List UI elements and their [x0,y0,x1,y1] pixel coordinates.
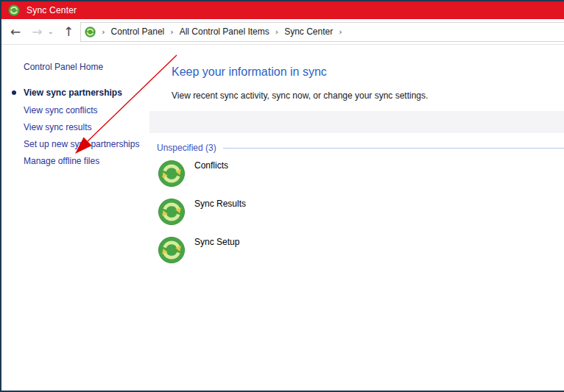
list-item-sync-results[interactable]: Sync Results [158,198,246,226]
sidebar-item-view-sync-conflicts[interactable]: View sync conflicts [24,105,97,115]
group-rule [223,148,564,149]
sync-icon [158,198,186,226]
sync-center-window: Sync Center ← → ⌄ ↑ › Control Panel › Al… [0,0,564,392]
list-item-label: Sync Setup [194,237,239,247]
breadcrumb-chevron-icon[interactable]: › [333,27,348,37]
address-sync-icon [85,26,96,38]
forward-button[interactable]: → [32,26,42,38]
page-title: Keep your information in sync [172,65,327,79]
group-header: Unspecified (3) [157,143,564,153]
sidebar-item-view-sync-partnerships[interactable]: View sync partnerships [24,88,122,98]
main-area: Control Panel Home View sync partnership… [1,46,564,391]
back-button[interactable]: ← [10,26,21,38]
breadcrumb-item-all-control-panel-items[interactable]: All Control Panel Items [180,26,269,37]
sidebar-item-control-panel-home[interactable]: Control Panel Home [24,62,103,72]
list-item-label: Sync Results [194,199,246,209]
breadcrumb-item-sync-center[interactable]: Sync Center [284,26,333,37]
address-bar[interactable]: › Control Panel › All Control Panel Item… [80,22,564,42]
toolbar-band [149,111,564,133]
titlebar[interactable]: Sync Center [1,1,564,19]
breadcrumb-chevron-icon[interactable]: › [96,27,110,37]
sync-icon [158,160,186,188]
breadcrumb-chevron-icon[interactable]: › [164,27,179,37]
active-item-bullet-icon [12,90,16,95]
breadcrumb-item-control-panel[interactable]: Control Panel [111,26,165,37]
up-button[interactable]: ↑ [63,26,74,38]
sync-center-app-icon [8,4,20,16]
list-item-sync-setup[interactable]: Sync Setup [158,236,246,264]
window-title: Sync Center [27,5,77,15]
recent-pages-dropdown-icon[interactable]: ⌄ [48,28,54,35]
page-subtitle: View recent sync activity, sync now, or … [172,90,428,101]
item-list: Conflicts Sync Results Sync Setup [158,160,246,274]
breadcrumb-chevron-icon[interactable]: › [269,27,284,37]
sidebar: Control Panel Home View sync partnership… [1,46,149,391]
sidebar-item-view-sync-results[interactable]: View sync results [24,122,91,132]
group-label-unspecified[interactable]: Unspecified (3) [157,143,216,153]
sidebar-item-set-up-new-sync-partnerships[interactable]: Set up new sync partnerships [24,139,139,149]
sync-icon [158,236,186,264]
navigation-bar: ← → ⌄ ↑ › Control Panel › All Control Pa… [1,19,564,45]
content-panel: Keep your information in sync View recen… [149,46,564,391]
list-item-conflicts[interactable]: Conflicts [158,160,246,188]
list-item-label: Conflicts [194,160,228,171]
sidebar-item-manage-offline-files[interactable]: Manage offline files [24,156,99,166]
